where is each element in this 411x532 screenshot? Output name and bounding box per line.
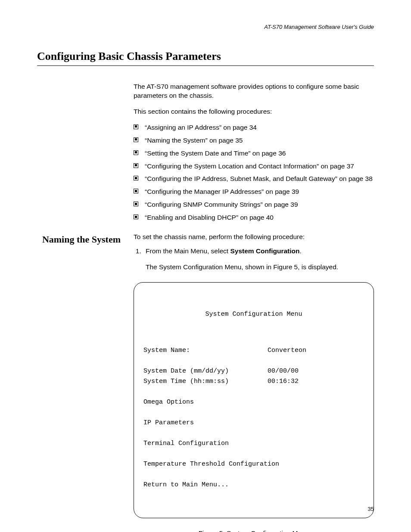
section-intro: To set the chassis name, perform the fol… bbox=[134, 233, 374, 242]
list-item: “Naming the System” on page 35 bbox=[134, 136, 374, 145]
list-item: “Assigning an IP Address” on page 34 bbox=[134, 123, 374, 132]
list-item: “Configuring the IP Address, Subnet Mask… bbox=[134, 174, 374, 184]
title-rule bbox=[37, 65, 374, 66]
menu-body: System Name: Converteon System Date (mm/… bbox=[143, 345, 364, 490]
step-text-post: . bbox=[299, 247, 301, 255]
list-item-label: “Configuring the IP Address, Subnet Mask… bbox=[145, 175, 373, 182]
menu-title: System Configuration Menu bbox=[143, 309, 364, 320]
section-side-heading: Naming the System bbox=[37, 233, 134, 246]
list-item-label: “Naming the System” on page 35 bbox=[145, 137, 243, 144]
procedure-list: “Assigning an IP Address” on page 34 “Na… bbox=[134, 123, 374, 222]
checkbox-icon bbox=[134, 189, 138, 193]
list-item-label: “Enabling and Disabling DHCP” on page 40 bbox=[145, 214, 274, 221]
list-item-label: “Configuring the System Location and Con… bbox=[145, 162, 354, 170]
list-item: “Configuring the System Location and Con… bbox=[134, 162, 374, 171]
checkbox-icon bbox=[134, 176, 138, 180]
checkbox-icon bbox=[134, 137, 138, 142]
page-title: Configuring Basic Chassis Parameters bbox=[37, 50, 374, 63]
intro-paragraph-2: This section contains the following proc… bbox=[134, 107, 374, 116]
running-header: AT-S70 Management Software User's Guide bbox=[37, 24, 374, 30]
checkbox-icon bbox=[134, 202, 138, 206]
checkbox-icon bbox=[134, 215, 138, 219]
list-item-label: “Setting the System Date and Time” on pa… bbox=[145, 149, 286, 157]
system-config-menu: System Configuration Menu System Name: C… bbox=[134, 282, 374, 518]
page-number: 35 bbox=[368, 506, 374, 512]
list-item-label: “Configuring SNMP Community Strings” on … bbox=[145, 201, 298, 208]
intro-paragraph-1: The AT-S70 management software provides … bbox=[134, 82, 374, 100]
list-item-label: “Configuring the Manager IP Addresses” o… bbox=[145, 188, 299, 195]
list-item-label: “Assigning an IP Address” on page 34 bbox=[145, 124, 257, 131]
step-text-bold: System Configuration bbox=[230, 247, 299, 255]
list-item: “Configuring SNMP Community Strings” on … bbox=[134, 200, 374, 209]
list-item: “Enabling and Disabling DHCP” on page 40 bbox=[134, 213, 374, 222]
checkbox-icon bbox=[134, 150, 138, 155]
step-text-pre: From the Main Menu, select bbox=[146, 247, 230, 255]
steps-list: From the Main Menu, select System Config… bbox=[134, 247, 374, 256]
figure-caption: Figure 5. System Configuration Menu bbox=[134, 529, 374, 532]
checkbox-icon bbox=[134, 163, 138, 168]
step-result: The System Configuration Menu, shown in … bbox=[146, 263, 374, 272]
list-item: “Configuring the Manager IP Addresses” o… bbox=[134, 187, 374, 196]
checkbox-icon bbox=[134, 124, 138, 129]
list-item: “Setting the System Date and Time” on pa… bbox=[134, 149, 374, 158]
step-item: From the Main Menu, select System Config… bbox=[143, 247, 374, 256]
